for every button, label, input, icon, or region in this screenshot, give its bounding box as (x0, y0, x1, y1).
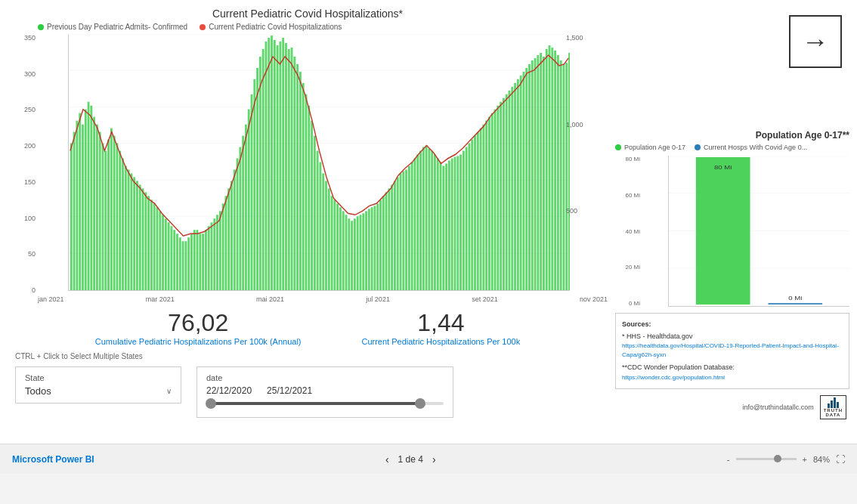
zoom-slider[interactable] (736, 458, 797, 460)
svg-rect-111 (365, 211, 367, 290)
svg-rect-102 (339, 207, 342, 290)
next-page-button[interactable]: › (432, 453, 436, 465)
svg-rect-149 (474, 136, 476, 290)
svg-rect-84 (288, 49, 290, 290)
svg-rect-63 (227, 188, 230, 290)
svg-rect-55 (205, 230, 207, 290)
fullscreen-icon[interactable]: ⛶ (836, 454, 845, 465)
svg-rect-58 (213, 218, 215, 290)
svg-rect-173 (543, 57, 545, 290)
slider-right-thumb[interactable] (415, 398, 425, 409)
brand-logo: TRUTH DATA (820, 395, 846, 419)
date-start: 22/12/2020 (206, 385, 252, 396)
svg-rect-83 (285, 43, 287, 290)
sources-url2-link[interactable]: https://wonder.cdc.gov/population.html (622, 373, 843, 382)
svg-rect-175 (549, 45, 551, 290)
nav-button[interactable]: → (789, 15, 842, 68)
svg-rect-169 (531, 60, 534, 290)
svg-rect-174 (546, 49, 548, 290)
main-container: Current Pediatric Covid Hospitalizations… (0, 0, 857, 474)
pop-blue-dot (695, 144, 701, 150)
svg-rect-9 (73, 132, 76, 290)
svg-rect-140 (448, 161, 450, 290)
svg-rect-171 (537, 55, 539, 290)
svg-rect-67 (239, 147, 241, 290)
svg-rect-47 (182, 241, 184, 290)
svg-rect-37 (153, 203, 156, 290)
zoom-minus-button[interactable]: - (727, 455, 730, 464)
state-label: State (25, 373, 172, 382)
page-info: 1 de 4 (398, 454, 423, 465)
svg-rect-144 (459, 155, 462, 290)
state-selector[interactable]: State Todos ∨ (15, 366, 181, 404)
zoom-thumb[interactable] (774, 455, 781, 462)
svg-rect-80 (277, 45, 279, 290)
svg-rect-103 (342, 211, 345, 290)
state-selected-value[interactable]: Todos ∨ (25, 385, 172, 397)
svg-rect-16 (93, 117, 95, 290)
svg-rect-108 (357, 216, 359, 290)
svg-rect-118 (385, 192, 388, 290)
svg-rect-76 (265, 42, 268, 290)
pop-blue-label: Current Hosps With Covid Age 0... (704, 144, 807, 151)
svg-rect-81 (279, 42, 281, 290)
svg-rect-97 (325, 181, 327, 290)
svg-rect-161 (509, 91, 511, 290)
svg-rect-11 (79, 113, 81, 290)
svg-rect-78 (271, 36, 273, 290)
svg-rect-64 (230, 181, 233, 290)
svg-rect-147 (469, 144, 471, 290)
svg-rect-12 (82, 125, 84, 290)
svg-rect-132 (425, 146, 428, 290)
svg-rect-160 (506, 94, 508, 290)
svg-rect-59 (216, 215, 218, 290)
svg-rect-52 (196, 230, 199, 290)
svg-rect-21 (107, 140, 110, 290)
svg-rect-42 (168, 222, 170, 290)
svg-rect-151 (480, 128, 482, 290)
svg-rect-139 (445, 163, 447, 290)
svg-rect-29 (130, 173, 132, 290)
zoom-plus-button[interactable]: + (803, 455, 807, 464)
slider-left-thumb[interactable] (206, 398, 216, 409)
footer-right: - + 84% ⛶ (727, 454, 845, 465)
svg-rect-134 (431, 151, 433, 290)
svg-rect-45 (176, 233, 178, 290)
pop-y-axis: 80 Mi 60 Mi 40 Mi 20 Mi 0 Mi (616, 156, 640, 307)
svg-rect-136 (437, 159, 439, 290)
prev-page-button[interactable]: ‹ (385, 453, 389, 465)
pop-chart-svg: 80 Mi 0 Mi (669, 156, 849, 306)
svg-rect-172 (540, 53, 542, 290)
svg-rect-54 (202, 233, 204, 290)
svg-rect-13 (85, 110, 87, 290)
date-slider-track[interactable] (206, 402, 444, 405)
svg-text:0 Mi: 0 Mi (788, 295, 802, 301)
svg-rect-88 (299, 72, 302, 290)
svg-rect-145 (463, 151, 465, 290)
powerbi-link[interactable]: Microsoft Power BI (12, 454, 94, 465)
svg-rect-32 (139, 184, 141, 290)
svg-rect-90 (305, 94, 308, 290)
svg-rect-130 (419, 151, 422, 290)
svg-rect-15 (90, 106, 92, 290)
svg-rect-57 (211, 222, 213, 290)
sources-url1-link[interactable]: https://healthdata.gov/Hospital/COVID-19… (622, 342, 843, 360)
svg-rect-25 (119, 151, 121, 290)
svg-rect-43 (170, 226, 172, 290)
svg-rect-129 (416, 155, 419, 290)
zoom-percent: 84% (813, 455, 830, 464)
legend-green: Previous Day Pediatric Admits- Confirmed (38, 23, 187, 31)
svg-rect-69 (245, 125, 247, 290)
svg-rect-38 (156, 207, 159, 290)
green-dot (38, 24, 44, 30)
svg-rect-115 (376, 203, 379, 290)
pop-legend-blue: Current Hosps With Covid Age 0... (695, 144, 807, 151)
controls-row: State Todos ∨ date 22/12/2020 25/12/20 (15, 363, 600, 421)
svg-rect-31 (136, 181, 138, 290)
svg-rect-18 (99, 132, 101, 290)
svg-rect-61 (222, 203, 224, 290)
svg-rect-133 (428, 149, 430, 290)
svg-rect-86 (293, 57, 295, 290)
svg-rect-93 (314, 136, 316, 290)
svg-rect-79 (274, 40, 276, 290)
